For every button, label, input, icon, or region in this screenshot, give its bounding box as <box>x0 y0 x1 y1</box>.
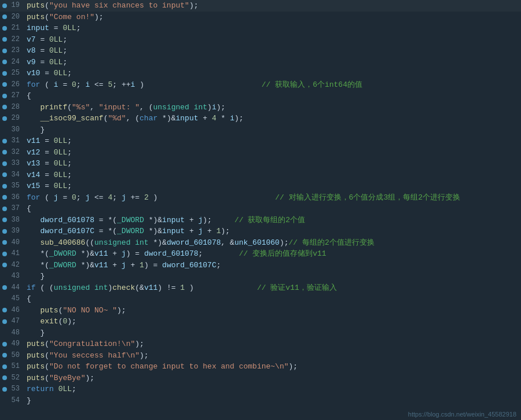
code-token: + <box>108 249 121 258</box>
table-row: 31v11 = 0LL; <box>0 135 521 147</box>
code-token: ); <box>203 216 234 224</box>
breakpoint-dot[interactable] <box>0 229 8 234</box>
breakpoint-dot[interactable] <box>0 218 8 222</box>
code-token: // 获取每组的2个值 <box>234 216 305 224</box>
line-number: 25 <box>8 68 24 79</box>
line-content: puts("you have six chances to input"); <box>24 0 521 12</box>
code-token: ) = <box>126 249 144 258</box>
line-content: for ( j = 0; j <= 4; j += 2 ) // 对输入进行变换… <box>24 192 521 204</box>
breakpoint-dot[interactable] <box>0 14 8 19</box>
breakpoint-dot[interactable] <box>0 285 8 290</box>
breakpoint-dot[interactable] <box>0 364 8 369</box>
breakpoint-dot[interactable] <box>0 353 8 358</box>
table-row: 43 } <box>0 271 521 282</box>
breakpoint-dot[interactable] <box>0 37 8 42</box>
line-number: 31 <box>8 135 24 147</box>
code-token: = <box>36 58 49 67</box>
breakpoint-dot[interactable] <box>0 375 8 380</box>
breakpoint-dot[interactable] <box>0 319 8 324</box>
breakpoint-dot[interactable] <box>0 60 8 64</box>
breakpoint-dot[interactable] <box>0 308 8 312</box>
line-content: v12 = 0LL; <box>24 147 521 159</box>
table-row: 29 __isoc99_scanf("%d", (char *)&input +… <box>0 113 521 124</box>
code-token: i <box>212 103 217 112</box>
breakpoint-dot[interactable] <box>0 387 8 392</box>
breakpoint-dot[interactable] <box>0 207 8 211</box>
line-content: puts("You seccess half\n"); <box>24 350 521 362</box>
line-number: 44 <box>8 282 24 294</box>
line-content: printf("%s", "input: ", (unsigned int)i)… <box>24 102 521 113</box>
breakpoint-dot[interactable] <box>0 82 8 87</box>
code-token: ( ( <box>36 283 54 292</box>
code-token: v14 <box>27 171 40 179</box>
code-token: 1 <box>180 283 185 292</box>
line-number: 41 <box>8 248 24 260</box>
code-token: _DWORD <box>49 249 76 258</box>
line-number: 27 <box>8 90 24 102</box>
breakpoint-dot[interactable] <box>0 252 8 256</box>
line-number: 38 <box>8 215 24 226</box>
code-token: ; <box>199 249 239 258</box>
code-token <box>27 227 40 235</box>
code-token: ; <box>76 193 86 202</box>
code-token: ; <box>72 385 76 393</box>
breakpoint-dot[interactable] <box>0 195 8 200</box>
code-token <box>54 385 58 393</box>
breakpoint-dot[interactable] <box>0 150 8 154</box>
breakpoint-dot[interactable] <box>0 105 8 109</box>
code-token: i <box>54 80 58 89</box>
code-token: 1 <box>140 261 144 270</box>
breakpoint-dot[interactable] <box>0 139 8 143</box>
line-number: 46 <box>8 305 24 316</box>
line-number: 48 <box>8 327 24 339</box>
line-content: for ( i = 0; i <= 5; ++i ) // 获取输入，6个int… <box>24 79 521 91</box>
code-token: // 验证v11，验证输入 <box>257 283 337 292</box>
breakpoint-dot[interactable] <box>0 94 8 98</box>
code-token: input <box>162 227 185 235</box>
code-token: ); <box>94 13 104 21</box>
breakpoint-dot[interactable] <box>0 116 8 121</box>
code-token: v8 <box>27 46 36 55</box>
code-token: ( <box>45 1 49 10</box>
breakpoint-dot[interactable] <box>0 263 8 267</box>
table-row: 39 dword_60107C = *(_DWORD *)&input + j … <box>0 226 521 237</box>
code-token: = <box>40 159 53 168</box>
line-content: v7 = 0LL; <box>24 34 521 46</box>
code-container: 19puts("you have six chances to input");… <box>0 0 521 420</box>
code-token: // 获取输入，6个int64的值 <box>262 80 362 89</box>
line-content: } <box>24 271 521 282</box>
breakpoint-dot[interactable] <box>0 26 8 31</box>
table-row: 22v7 = 0LL; <box>0 34 521 46</box>
breakpoint-dot[interactable] <box>0 342 8 347</box>
code-token: ; <box>67 69 72 78</box>
code-token: "You seccess half\n" <box>49 351 140 360</box>
code-token: printf <box>40 103 67 112</box>
code-token: ; <box>67 159 72 168</box>
breakpoint-dot[interactable] <box>0 172 8 177</box>
code-token: ; <box>112 193 122 202</box>
breakpoint-dot[interactable] <box>0 240 8 245</box>
code-token: , & <box>221 238 234 247</box>
breakpoint-dot[interactable] <box>0 71 8 76</box>
breakpoint-dot[interactable] <box>0 184 8 189</box>
table-row: 28 printf("%s", "input: ", (unsigned int… <box>0 102 521 113</box>
breakpoint-dot[interactable] <box>0 3 8 8</box>
code-token: dword_60107C <box>40 227 94 235</box>
breakpoint-dot[interactable] <box>0 161 8 166</box>
breakpoint-dot[interactable] <box>0 49 8 53</box>
code-token: = <box>58 80 72 89</box>
code-token: *( <box>27 261 49 270</box>
code-token: return <box>27 385 54 393</box>
code-token: if <box>27 283 36 292</box>
code-token: *)& <box>76 261 94 270</box>
table-row: 32v12 = 0LL; <box>0 147 521 159</box>
code-token: = <box>36 35 49 44</box>
code-token: ) != <box>157 283 180 292</box>
table-row: 45{ <box>0 293 521 305</box>
line-number: 22 <box>8 34 24 46</box>
code-token: unsigned int <box>54 283 108 292</box>
code-token: ( <box>45 374 49 382</box>
table-row: 34v14 = 0LL; <box>0 170 521 181</box>
line-number: 47 <box>8 316 24 327</box>
code-token: = <box>40 69 53 78</box>
